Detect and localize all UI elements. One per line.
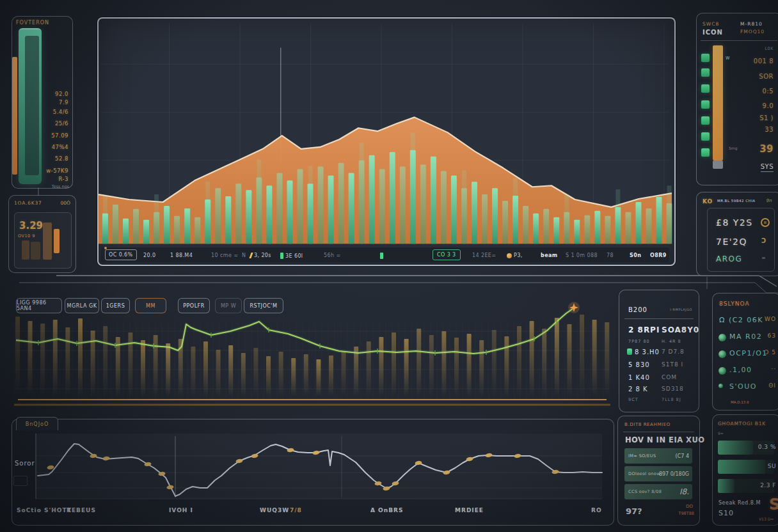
- toolbar-item-label: S0n: [630, 253, 641, 258]
- mini-stat-bar: [43, 223, 52, 260]
- main-toolbar-item[interactable]: 3, 20s: [250, 253, 271, 258]
- stat-row-label: 8 3.H0: [635, 349, 660, 356]
- progress-fill: [718, 460, 765, 474]
- left-gauge-value: 92.0: [55, 91, 68, 97]
- green-orb-icon: [718, 350, 726, 358]
- progress-panel: GHOAMTOGI B1K 9= 0.3 %SU2.3 F Seeak Red.…: [712, 414, 778, 526]
- green-orb-icon: [718, 384, 723, 388]
- progress-fill: [718, 441, 753, 455]
- green-bar-icon: [280, 253, 283, 259]
- main-toolbar-item[interactable]: S0n: [630, 253, 641, 258]
- toolbar-item-label: CO 3 3: [437, 252, 456, 258]
- toolbar-item-label: S 1 0m 088: [566, 253, 598, 258]
- order-stats-panel: B200 I-RMPLAJGO 2 8RPISOA8Y07P87 80H. 4R…: [619, 290, 699, 412]
- signal-row-value: Ɔ 5: [765, 350, 776, 356]
- stat-row-value: COM: [662, 375, 677, 380]
- signal-row-label: MA R02: [729, 333, 762, 340]
- toolbar-item-label: 14 2EE=: [472, 253, 496, 258]
- progress-value: 2.3 F: [760, 483, 776, 489]
- right-gauge-value: 33: [765, 127, 774, 133]
- main-chart-canvas[interactable]: [99, 19, 672, 262]
- toolbar-item-label: O8R9: [650, 253, 667, 258]
- left-gauge-value: w-57K9: [46, 168, 68, 174]
- summary-row-label: IM= SO/EUS: [628, 453, 656, 458]
- toolbar-item-label: 20.0: [143, 253, 155, 258]
- right-gauge-value: 0:5: [762, 88, 774, 95]
- left-gauge-value: 57.09: [51, 133, 68, 139]
- main-toolbar-item[interactable]: 14 2EE=: [472, 253, 496, 258]
- stat-row-label: 2 8 K: [628, 386, 648, 393]
- left-gauge-footnote: Tess nos: [52, 185, 69, 189]
- summary-panel: B.DIT8 REAHMIEO HOV N IN EIA XUO IM= SO/…: [617, 416, 700, 526]
- summary-row-label: CCS oov? 8/08: [628, 489, 662, 494]
- main-toolbar-item[interactable]: P3,: [507, 253, 523, 258]
- main-toolbar-item[interactable]: CO 3 3: [433, 249, 461, 260]
- mini-stat-bar: [54, 229, 60, 253]
- progress-value: SU: [768, 464, 776, 469]
- main-toolbar-item[interactable]: N: [242, 253, 246, 258]
- main-toolbar-item[interactable]: 20.0: [143, 253, 155, 258]
- stat-row-value: 7 D7.8: [662, 349, 685, 355]
- signals-panel: 8SLYNOA Ω (C2 06KWOMA R0263OCP1/O1Ɔ 5.1,…: [712, 293, 778, 411]
- right-gauge-value: SOR: [759, 74, 774, 80]
- main-toolbar-item[interactable]: beam: [541, 253, 558, 258]
- summary-row-value: (C7 4: [676, 453, 689, 459]
- summary-row: DOloeol onow897 0/180G: [624, 466, 692, 481]
- main-toolbar-item[interactable]: 3E 60l: [280, 253, 303, 259]
- main-toolbar-item[interactable]: 1 88.M4: [170, 253, 193, 258]
- progress-big-letter: S: [769, 497, 778, 512]
- toolbar-item-label: 56h =: [324, 253, 341, 258]
- mini-stat-panel: 1OA.6K37 00Ó 3.29 OV10 9: [8, 195, 76, 273]
- summary-row-value: I8.: [679, 487, 689, 496]
- toolbar-item-label: 3E 60l: [285, 253, 303, 259]
- signals-rows: Ω (C2 06KWOMA R0263OCP1/O1Ɔ 5.1,00··S'OU…: [713, 293, 778, 410]
- ko-value-list: £8 Y2S7E'2QƆAROG≡: [697, 192, 778, 276]
- connector-trace: [56, 276, 777, 286]
- stat-row-label: 7P87 80: [628, 340, 650, 344]
- toolbar-item-label: 3, 20s: [254, 253, 271, 258]
- main-chart-panel: OC 0.6%20.01 88.M410 cme =N3, 20s3E 60l5…: [97, 17, 676, 266]
- summary-footer-r2: T98T88: [679, 512, 694, 516]
- summary-footer-r1: DO: [686, 505, 693, 509]
- toolbar-item-label: 78: [607, 253, 614, 258]
- progress-footer-l1: Seeak Red.8.M: [718, 501, 761, 506]
- left-gauge-value: 5.4/6: [53, 109, 68, 115]
- bottom-chart-panel: BnQJoO Soror SoCtio S'HOTTREBEUSIVOH IWU…: [12, 419, 614, 526]
- x-axis-label: WUQ3W: [260, 508, 289, 513]
- x-axis-label: REBEUS: [67, 508, 96, 513]
- mini-stat-bar: [22, 240, 29, 260]
- x-axis-label: SoCtio S'HOTT: [17, 508, 72, 513]
- coin-ring-icon: [761, 218, 770, 227]
- right-gauge-value: SYS: [761, 164, 774, 172]
- main-toolbar-item[interactable]: OC 0.6%: [105, 249, 137, 260]
- ko-value: 7E'2Q: [716, 237, 747, 246]
- stat-row-value: SOA8Y0: [662, 326, 699, 334]
- progress-footer-l2: S10: [718, 510, 734, 517]
- left-gauge-panel: FOVTERON 92.07.95.4/625/657.0947%452.8w-…: [12, 16, 73, 189]
- right-gauge-value: 001 8: [754, 58, 774, 65]
- toolbar-item-label: 1 88.M4: [170, 253, 193, 258]
- gold-volume-bars: [15, 315, 609, 396]
- main-toolbar-item[interactable]: [380, 253, 385, 259]
- signal-row-label: S'OUO: [729, 383, 757, 390]
- main-toolbar-item[interactable]: O8R9: [650, 253, 667, 258]
- mid-chart-canvas[interactable]: [13, 302, 611, 412]
- main-toolbar-item[interactable]: 10 cme =: [211, 253, 238, 258]
- signal-row-value: ΘΙ: [768, 383, 776, 389]
- main-toolbar-item[interactable]: S 1 0m 088: [566, 253, 598, 258]
- main-toolbar-item[interactable]: 56h =: [324, 253, 341, 258]
- coin-icon: [507, 253, 512, 258]
- x-axis-label: IVOH I: [169, 508, 193, 513]
- order-stats-rows: 2 8RPISOA8Y07P87 80H. 4R 88 3.H07 D7.85 …: [619, 290, 699, 412]
- left-gauge-value: 47%4: [52, 145, 68, 150]
- summary-footer-left: 97?: [626, 507, 642, 515]
- toolbar-item-label: OC 0.6%: [109, 252, 133, 258]
- progress-value: 0.3 %: [758, 444, 776, 450]
- stat-row-label: 9CT: [628, 398, 639, 402]
- main-toolbar-item[interactable]: 78: [607, 253, 614, 258]
- right-gauge-value: S1 ): [759, 115, 774, 121]
- stat-row-label: 2 8RPI: [628, 326, 660, 334]
- green-orb-icon: [718, 367, 726, 375]
- stat-row-value: 7LL8 8J: [662, 398, 681, 402]
- bolt-icon: [249, 253, 253, 258]
